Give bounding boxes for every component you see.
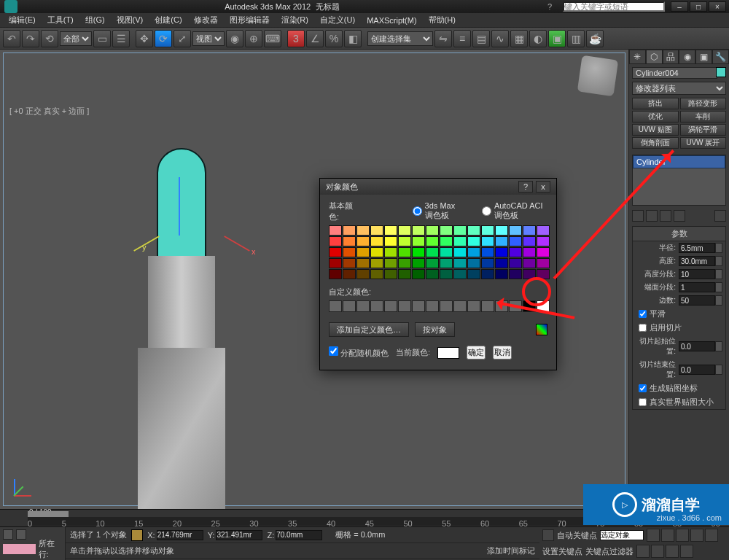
keyboard-icon[interactable]: ⌨ — [264, 30, 281, 47]
palette-swatch[interactable] — [453, 225, 467, 236]
palette-swatch[interactable] — [426, 258, 439, 268]
layer-icon[interactable]: ▤ — [472, 30, 490, 47]
spinner-icon[interactable] — [715, 282, 722, 292]
gizmo-y-icon[interactable] — [133, 236, 160, 252]
manip-icon[interactable]: ⊕ — [245, 30, 262, 47]
spinner-snap-icon[interactable]: ◧ — [344, 30, 362, 47]
stack-config-icon[interactable] — [714, 210, 726, 222]
link-icon[interactable]: ⟲ — [41, 30, 58, 47]
palette-swatch[interactable] — [412, 225, 425, 236]
minimize-button[interactable]: – — [671, 1, 688, 12]
palette-swatch[interactable] — [440, 247, 453, 257]
by-object-button[interactable]: 按对象 — [415, 322, 455, 337]
viewport-label[interactable]: [ +0 正交 真实 + 边面 ] — [9, 106, 89, 117]
assign-random-checkbox[interactable]: 分配随机颜色 — [329, 346, 389, 359]
menu-create[interactable]: 创建(C) — [149, 15, 187, 26]
menu-tools[interactable]: 工具(T) — [42, 15, 79, 26]
percent-snap-icon[interactable]: % — [325, 30, 343, 47]
palette-swatch[interactable] — [467, 236, 480, 246]
object-color-swatch[interactable] — [716, 67, 726, 77]
tab-modify-icon[interactable]: ⬡ — [646, 50, 663, 64]
keyfilter-button[interactable]: 关键点过滤器 — [585, 546, 634, 557]
palette-swatch[interactable] — [523, 225, 536, 236]
mini-icon[interactable] — [3, 529, 13, 540]
modifier-list[interactable]: 修改器列表 — [632, 82, 726, 95]
move-icon[interactable]: ✥ — [136, 30, 153, 47]
palette-swatch[interactable] — [384, 258, 397, 268]
palette-swatch[interactable] — [412, 258, 425, 268]
palette-swatch[interactable] — [398, 247, 411, 257]
nav-zoom-icon[interactable] — [651, 545, 664, 558]
render-icon[interactable]: ☕ — [586, 30, 604, 47]
close-button[interactable]: × — [709, 1, 726, 12]
palette-swatch[interactable] — [370, 225, 383, 236]
named-selection-sets[interactable]: 创建选择集 — [367, 31, 433, 46]
mod-pathdeform[interactable]: 路径变形 — [680, 98, 727, 109]
palette-swatch[interactable] — [343, 225, 356, 236]
mod-optimize[interactable]: 优化 — [632, 111, 679, 122]
help-icon[interactable]: ? — [542, 2, 557, 11]
palette-swatch[interactable] — [481, 269, 494, 279]
cancel-button[interactable]: 取消 — [493, 346, 512, 359]
mod-bevelprofile[interactable]: 倒角剖面 — [632, 137, 679, 149]
custom-swatch[interactable] — [343, 300, 356, 312]
mod-uvwmap[interactable]: UVW 贴图 — [632, 124, 679, 136]
undo-icon[interactable]: ↶ — [3, 30, 20, 47]
spinner-icon[interactable] — [715, 256, 722, 266]
palette-swatch[interactable] — [509, 258, 522, 268]
search-input[interactable] — [563, 1, 665, 12]
palette-swatch[interactable] — [523, 236, 536, 246]
nav-orbit-icon[interactable] — [666, 545, 679, 558]
rotate-icon[interactable]: ⟳ — [155, 30, 172, 47]
menu-modifiers[interactable]: 修改器 — [188, 15, 224, 26]
palette-swatch[interactable] — [495, 225, 508, 236]
slice-checkbox[interactable] — [639, 324, 647, 332]
palette-swatch[interactable] — [412, 236, 425, 246]
object-name-input[interactable] — [632, 67, 717, 79]
key-target-input[interactable] — [600, 530, 644, 540]
script-listener[interactable] — [3, 544, 36, 554]
palette-swatch[interactable] — [370, 258, 383, 268]
palette-swatch[interactable] — [412, 247, 425, 257]
palette-swatch[interactable] — [495, 258, 508, 268]
palette-swatch[interactable] — [453, 236, 467, 246]
tab-utilities-icon[interactable]: 🔧 — [712, 50, 729, 64]
palette-swatch[interactable] — [467, 247, 480, 257]
stack-item-cylinder[interactable]: Cylinder — [633, 155, 725, 168]
palette-swatch[interactable] — [398, 258, 411, 268]
gizmo-x-icon[interactable] — [224, 236, 250, 252]
palette-swatch[interactable] — [481, 258, 494, 268]
palette-swatch[interactable] — [329, 225, 342, 236]
menu-maxscript[interactable]: MAXScript(M) — [361, 16, 422, 25]
palette-swatch[interactable] — [384, 269, 397, 279]
palette-swatch[interactable] — [356, 225, 370, 236]
custom-swatch[interactable] — [384, 300, 397, 312]
mod-extrude[interactable]: 挤出 — [632, 98, 679, 109]
palette-swatch[interactable] — [384, 225, 397, 236]
custom-swatch[interactable] — [398, 300, 411, 312]
palette-swatch[interactable] — [509, 225, 522, 236]
palette-swatch[interactable] — [370, 247, 383, 257]
palette-swatch[interactable] — [467, 225, 480, 236]
rollout-header[interactable]: 参数 — [633, 227, 725, 241]
custom-swatch-white[interactable] — [537, 300, 550, 312]
scale-icon[interactable]: ⤢ — [174, 30, 191, 47]
palette-swatch[interactable] — [398, 225, 411, 236]
palette-swatch[interactable] — [467, 269, 480, 279]
palette-swatch[interactable] — [453, 269, 467, 279]
palette-swatch[interactable] — [523, 258, 536, 268]
material-editor-icon[interactable]: ◐ — [529, 30, 547, 47]
menu-customize[interactable]: 自定义(U) — [314, 15, 361, 26]
palette-swatch[interactable] — [384, 236, 397, 246]
hseg-input[interactable] — [679, 269, 715, 279]
palette-swatch[interactable] — [398, 236, 411, 246]
palette-swatch[interactable] — [440, 258, 453, 268]
gizmo-z-icon[interactable] — [179, 177, 180, 236]
palette-swatch[interactable] — [481, 225, 494, 236]
palette-swatch[interactable] — [412, 269, 425, 279]
dialog-close-icon[interactable]: x — [536, 181, 550, 192]
schematic-icon[interactable]: ▦ — [510, 30, 528, 47]
stack-show-icon[interactable] — [646, 210, 658, 222]
redo-icon[interactable]: ↷ — [22, 30, 39, 47]
palette-swatch[interactable] — [509, 269, 522, 279]
